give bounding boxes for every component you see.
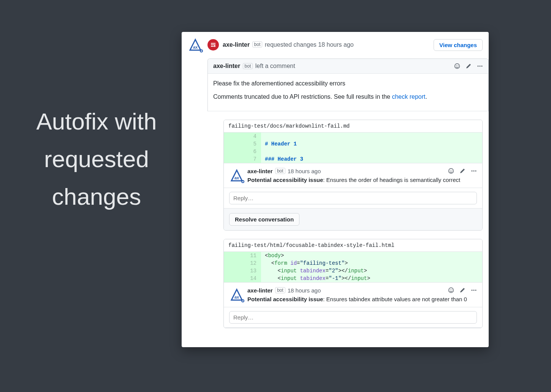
review-header-row: ax axe-linter bot requested changes 18 h… bbox=[182, 32, 489, 58]
code-content: ### Header 3 bbox=[261, 155, 307, 163]
svg-point-4 bbox=[458, 65, 459, 66]
code-content: <body> bbox=[261, 252, 288, 259]
line-number: 11 bbox=[224, 252, 261, 259]
inline-comment-text: Potential accessibility issue: Ensures t… bbox=[247, 296, 477, 302]
avatar: ax bbox=[188, 37, 203, 52]
review-action: requested changes bbox=[265, 41, 317, 48]
code-content: # Header 1 bbox=[261, 140, 301, 148]
inline-comment-meta: axe-linter bot 18 hours ago bbox=[247, 168, 477, 174]
emoji-icon[interactable] bbox=[448, 287, 454, 293]
comment-line-2: Comments truncated due to API restrictio… bbox=[213, 92, 483, 102]
pencil-icon[interactable] bbox=[459, 287, 466, 293]
pencil-icon[interactable] bbox=[459, 168, 466, 174]
avatar: ax bbox=[229, 168, 243, 182]
reply-row bbox=[224, 307, 482, 328]
emoji-icon[interactable] bbox=[454, 63, 460, 69]
review-timestamp: 18 hours ago bbox=[318, 41, 353, 48]
svg-text:ax: ax bbox=[234, 175, 239, 180]
svg-point-11 bbox=[450, 170, 451, 171]
comment-body: Please fix the aforementioned accessibil… bbox=[208, 74, 488, 111]
svg-point-17 bbox=[242, 300, 244, 302]
svg-point-20 bbox=[452, 289, 453, 290]
svg-point-23 bbox=[475, 289, 476, 291]
axe-logo-icon: ax bbox=[229, 168, 244, 183]
svg-point-3 bbox=[456, 65, 457, 66]
svg-point-10 bbox=[449, 169, 454, 174]
svg-text:ax: ax bbox=[234, 295, 239, 299]
svg-point-7 bbox=[481, 65, 482, 66]
comment-line-1: Please fix the aforementioned accessibil… bbox=[213, 79, 483, 89]
file-path[interactable]: failing-test/docs/markdownlint-fail.md bbox=[224, 120, 482, 133]
svg-point-21 bbox=[471, 289, 472, 291]
code-content: <form id="failing-test"> bbox=[261, 259, 352, 267]
emoji-icon[interactable] bbox=[448, 168, 454, 174]
svg-point-6 bbox=[479, 65, 480, 66]
svg-text:ax: ax bbox=[193, 45, 198, 49]
line-number: 4 bbox=[224, 133, 261, 140]
code-diff: 4 5# Header 1 6 7### Header 3 bbox=[224, 133, 482, 163]
code-content bbox=[261, 148, 272, 155]
comment-action: left a comment bbox=[255, 63, 295, 70]
svg-point-19 bbox=[450, 289, 451, 290]
inline-comment: ax axe-linter bot 18 hours ago Potential bbox=[224, 283, 482, 307]
view-changes-button[interactable]: View changes bbox=[434, 39, 483, 51]
bot-name: axe-linter bbox=[213, 63, 240, 70]
line-number: 14 bbox=[224, 275, 261, 282]
avatar: ax bbox=[229, 287, 243, 301]
svg-point-9 bbox=[242, 180, 244, 183]
requested-changes-badge-icon bbox=[207, 39, 219, 51]
svg-point-14 bbox=[473, 170, 474, 171]
svg-point-22 bbox=[473, 289, 474, 291]
kebab-icon[interactable] bbox=[471, 168, 477, 174]
file-review-block: failing-test/docs/markdownlint-fail.md 4… bbox=[223, 120, 483, 231]
svg-point-12 bbox=[452, 170, 453, 171]
line-number: 6 bbox=[224, 148, 261, 155]
svg-point-1 bbox=[200, 50, 203, 52]
svg-point-18 bbox=[449, 288, 454, 293]
code-content bbox=[261, 133, 272, 140]
inline-comment-text: Potential accessibility issue: Ensures t… bbox=[247, 177, 477, 183]
reply-input[interactable] bbox=[229, 192, 477, 204]
svg-point-5 bbox=[477, 65, 478, 66]
bot-pill: bot bbox=[252, 41, 263, 47]
comment-header-actions bbox=[454, 63, 483, 69]
resolve-row: Resolve conversation bbox=[224, 209, 482, 230]
svg-point-13 bbox=[471, 170, 472, 171]
pencil-icon[interactable] bbox=[466, 63, 472, 69]
comment-header: axe-linter bot left a comment bbox=[208, 59, 488, 74]
github-review-panel: ax axe-linter bot requested changes 18 h… bbox=[182, 32, 489, 347]
axe-logo-icon: ax bbox=[229, 287, 244, 302]
line-number: 7 bbox=[224, 155, 261, 163]
inline-comment: ax axe-linter bot 18 hours ago Potential bbox=[224, 163, 482, 188]
svg-point-2 bbox=[455, 64, 460, 69]
inline-comment-meta: axe-linter bot 18 hours ago bbox=[247, 287, 477, 294]
kebab-icon[interactable] bbox=[471, 287, 477, 293]
resolve-conversation-button[interactable]: Resolve conversation bbox=[229, 213, 299, 226]
bot-pill: bot bbox=[243, 63, 253, 69]
check-report-link[interactable]: check report bbox=[392, 93, 425, 100]
bot-name: axe-linter bbox=[223, 41, 250, 48]
review-comment-box: axe-linter bot left a comment Please fix… bbox=[207, 58, 489, 111]
line-number: 5 bbox=[224, 140, 261, 148]
line-number: 12 bbox=[224, 259, 261, 267]
code-diff: 11<body> 12 <form id="failing-test"> 13 … bbox=[224, 252, 482, 283]
kebab-icon[interactable] bbox=[477, 63, 483, 69]
review-summary-text: axe-linter bot requested changes 18 hour… bbox=[223, 41, 354, 48]
code-content: <input tabindex="2"></input> bbox=[261, 267, 371, 275]
reply-row bbox=[224, 188, 482, 209]
slide: Autofix with requested changes ax axe-li… bbox=[0, 0, 551, 392]
file-path[interactable]: failing-test/html/focusable-tabindex-sty… bbox=[224, 239, 482, 252]
axe-logo-icon: ax bbox=[188, 37, 203, 52]
file-review-block: failing-test/html/focusable-tabindex-sty… bbox=[223, 239, 483, 328]
reply-input[interactable] bbox=[229, 311, 477, 324]
code-content: <input tabindex="-1"></input> bbox=[261, 275, 374, 282]
slide-title: Autofix with requested changes bbox=[24, 103, 169, 216]
line-number: 13 bbox=[224, 267, 261, 275]
svg-point-15 bbox=[475, 170, 476, 171]
